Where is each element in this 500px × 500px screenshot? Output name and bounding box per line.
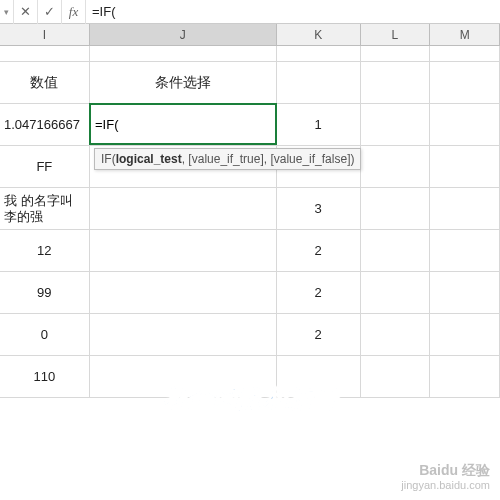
spreadsheet-grid[interactable]: 数值条件选择1.0471666671FF我 的名字叫李的强31229920211… [0,46,500,398]
cell[interactable] [430,356,500,397]
column-header-j[interactable]: J [90,24,277,45]
cell-i[interactable]: 99 [0,272,90,313]
cell[interactable] [430,230,500,271]
cell[interactable] [430,146,500,187]
cell[interactable] [361,272,431,313]
cell[interactable] [430,46,500,61]
name-box-dropdown-icon[interactable]: ▾ [0,0,14,24]
column-header-m[interactable]: M [430,24,500,45]
confirm-button[interactable]: ✓ [38,0,62,24]
cell[interactable] [361,46,431,61]
cell-j[interactable] [90,314,277,355]
cell-k[interactable]: 2 [277,272,361,313]
table-row [0,46,500,62]
cell-i[interactable]: 0 [0,314,90,355]
formula-bar: ▾ ✕ ✓ fx =IF( [0,0,500,24]
column-header-i[interactable]: I [0,24,90,45]
cell[interactable] [0,46,90,61]
cell-k[interactable]: 3 [277,188,361,229]
cell[interactable] [430,62,500,103]
cell[interactable] [277,62,361,103]
header-cell-j[interactable]: 条件选择 [90,62,277,103]
column-headers: IJKLM [0,24,500,46]
cell-i[interactable]: FF [0,146,90,187]
fx-icon[interactable]: fx [62,0,86,24]
cell[interactable] [430,314,500,355]
cell-i[interactable]: 110 [0,356,90,397]
cell[interactable] [90,46,277,61]
cell-i[interactable]: 1.047166667 [0,104,90,145]
cell-k[interactable]: 2 [277,230,361,271]
watermark: Baidu 经验 jingyan.baidu.com [401,462,490,492]
table-row: 数值条件选择 [0,62,500,104]
column-header-l[interactable]: L [361,24,431,45]
cell[interactable] [430,104,500,145]
cell[interactable] [430,188,500,229]
cell[interactable] [361,188,431,229]
cell[interactable] [361,230,431,271]
cell-k[interactable]: 1 [277,104,361,145]
cell-i[interactable]: 我 的名字叫李的强 [0,188,90,229]
table-row: 122 [0,230,500,272]
table-row: 02 [0,314,500,356]
cell[interactable] [361,314,431,355]
column-header-k[interactable]: K [277,24,361,45]
cell[interactable] [277,46,361,61]
cell-j[interactable] [90,230,277,271]
cell[interactable] [361,62,431,103]
cell-k[interactable]: 2 [277,314,361,355]
active-cell-text: =IF( [95,117,118,132]
active-cell[interactable]: =IF( [89,103,277,145]
cell-i[interactable]: 12 [0,230,90,271]
function-tooltip: IF(logical_test, [value_if_true], [value… [94,148,361,170]
cell[interactable] [361,146,431,187]
cell-j[interactable] [90,272,277,313]
header-cell-i[interactable]: 数值 [0,62,90,103]
cell[interactable] [430,272,500,313]
cell[interactable] [361,356,431,397]
caption-overlay: 补全函数和括号 [163,383,338,415]
table-row: 我 的名字叫李的强3 [0,188,500,230]
formula-input[interactable]: =IF( [86,4,500,19]
table-row: 992 [0,272,500,314]
cancel-button[interactable]: ✕ [14,0,38,24]
cell-j[interactable] [90,188,277,229]
cell[interactable] [361,104,431,145]
